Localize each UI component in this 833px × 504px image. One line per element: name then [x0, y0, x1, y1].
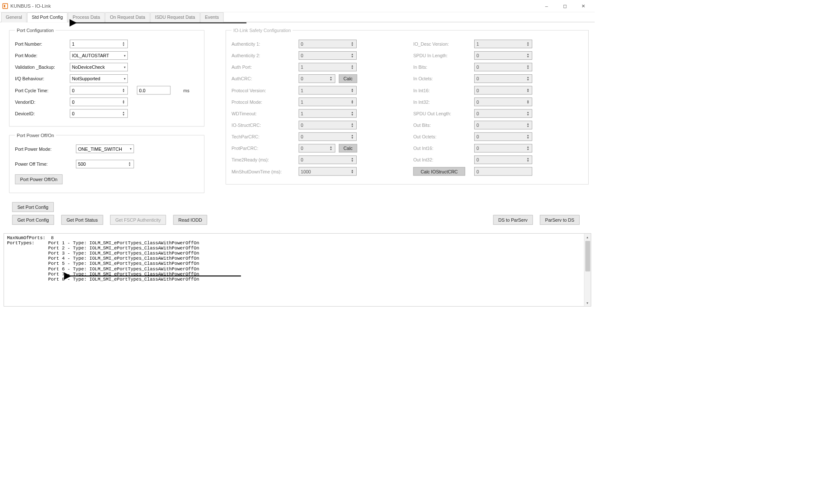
safety-right-label-6: SPDU Out Length: [413, 111, 474, 116]
port-power-mode-combo[interactable]: ONE_TIME_SWITCH▾ [76, 144, 134, 153]
calc-iostructcrc-button[interactable]: Calc IOStructCRC [413, 167, 465, 176]
maximize-button[interactable]: ◻ [556, 0, 574, 12]
safety-left-label-2: Auth Port: [232, 64, 299, 70]
safety-right-input-3[interactable]: 0▲▼ [474, 74, 532, 83]
safety-left-input-11[interactable]: 1000▲▼ [299, 167, 357, 176]
tab-on-request-data[interactable]: On Request Data [105, 12, 150, 22]
safety-left-label-5: Protocol Mode: [232, 99, 299, 104]
safety-left-input-6[interactable]: 1▲▼ [299, 109, 357, 118]
safety-legend: IO-Link Safety Configuration [232, 28, 293, 33]
safety-right-input-10[interactable]: 0▲▼ [474, 155, 532, 164]
safety-right-label-5: In Int32: [413, 99, 474, 104]
scroll-thumb[interactable] [585, 241, 590, 271]
safety-left-input-7[interactable]: 0▲▼ [299, 121, 357, 129]
port-cycle-time-ms[interactable]: 0.0 [137, 86, 171, 94]
ms-unit: ms [183, 88, 189, 93]
scroll-up-icon[interactable]: ▴ [584, 234, 591, 240]
port-cycle-time-label: Port Cycle Time: [15, 88, 70, 93]
safety-left-label-10: Time2Ready (ms): [232, 157, 299, 162]
safety-left-label-7: IO-StructCRC: [232, 123, 299, 128]
safety-left-label-6: WDTimeout: [232, 111, 299, 116]
tab-bar: General Std Port Config Process Data On … [0, 12, 595, 23]
tab-events[interactable]: Events [200, 12, 223, 22]
safety-right-label-2: In Bits: [413, 64, 474, 70]
safety-right-label-7: Out Bits: [413, 123, 474, 128]
io-link-safety-group: IO-Link Safety Configuration Authenticit… [226, 28, 589, 185]
safety-right-label-9: Out Int16: [413, 146, 474, 151]
safety-right-label-4: In Int16: [413, 88, 474, 93]
safety-calc-button-3[interactable]: Calc [339, 74, 357, 83]
safety-left-input-2[interactable]: 1▲▼ [299, 63, 357, 71]
safety-right-label-10: Out Int32: [413, 157, 474, 162]
safety-calc-button-9[interactable]: Calc [339, 144, 357, 152]
console-scrollbar[interactable]: ▴ ▾ [584, 234, 591, 306]
minimize-button[interactable]: – [537, 0, 556, 12]
spin-buttons[interactable]: ▲▼ [121, 41, 126, 46]
safety-right-label-3: In Octets: [413, 76, 474, 81]
port-mode-label: Port Mode: [15, 53, 70, 58]
device-id-input[interactable]: 0 ▲▼ [70, 109, 128, 118]
port-power-mode-label: Port Power Mode: [15, 146, 76, 151]
port-power-group: Port Power Off/On Port Power Mode: ONE_T… [9, 133, 204, 193]
safety-right-input-8[interactable]: 0▲▼ [474, 132, 532, 141]
safety-left-input-10[interactable]: 0▲▼ [299, 155, 357, 164]
iq-behaviour-label: I/Q Behaviour: [15, 76, 70, 81]
console-output: MaxNumOfPorts: 8 PortTypes: Port 1 - Typ… [4, 234, 591, 306]
vendor-id-label: VendorID: [15, 99, 70, 104]
get-port-config-button[interactable]: Get Port Config [12, 215, 54, 225]
safety-left-label-8: TechParCRC: [232, 134, 299, 139]
tab-std-port-config[interactable]: Std Port Config [27, 12, 67, 22]
iq-behaviour-combo[interactable]: NotSupported▾ [70, 74, 128, 83]
safety-left-input-8[interactable]: 0▲▼ [299, 132, 357, 141]
tab-isdu-request-data[interactable]: ISDU Request Data [150, 12, 199, 22]
calc-iostructcrc-output: 0 [474, 167, 532, 176]
safety-right-input-1[interactable]: 0▲▼ [474, 51, 532, 60]
safety-left-input-0[interactable]: 0▲▼ [299, 40, 357, 48]
safety-left-input-1[interactable]: 0▲▼ [299, 51, 357, 60]
port-number-input[interactable]: 1 ▲▼ [70, 40, 128, 48]
read-iodd-button[interactable]: Read IODD [173, 215, 207, 225]
safety-left-label-0: Authenticity 1: [232, 41, 299, 47]
safety-left-input-3[interactable]: 0▲▼ [299, 74, 335, 83]
close-button[interactable]: ✕ [574, 0, 592, 12]
safety-left-label-9: ProtParCRC: [232, 146, 299, 151]
titlebar: KUNBUS - IO-Link – ◻ ✕ [0, 0, 595, 12]
safety-left-input-5[interactable]: 1▲▼ [299, 97, 357, 106]
safety-right-input-6[interactable]: 0▲▼ [474, 109, 532, 118]
parserv-to-ds-button[interactable]: ParServ to DS [540, 215, 580, 225]
safety-left-input-9[interactable]: 0▲▼ [299, 144, 335, 152]
safety-left-label-3: AuthCRC: [232, 76, 299, 81]
port-configuration-group: Port Configuration Port Number: 1 ▲▼ Por… [9, 28, 204, 126]
port-power-toggle-button[interactable]: Port Power Off/On [15, 174, 63, 184]
port-number-label: Port Number: [15, 41, 70, 47]
safety-right-input-2[interactable]: 0▲▼ [474, 63, 532, 71]
safety-right-input-7[interactable]: 0▲▼ [474, 121, 532, 129]
safety-left-label-4: Protocol Version: [232, 88, 299, 93]
ds-to-parserv-button[interactable]: DS to ParServ [493, 215, 533, 225]
window-title: KUNBUS - IO-Link [10, 3, 51, 9]
window-controls: – ◻ ✕ [537, 0, 592, 12]
get-fscp-authenticity-button[interactable]: Get FSCP Authenticity [110, 215, 166, 225]
safety-left-input-4[interactable]: 1▲▼ [299, 86, 357, 94]
safety-right-input-9[interactable]: 0▲▼ [474, 144, 532, 152]
safety-right-label-8: Out Octets: [413, 134, 474, 139]
scroll-down-icon[interactable]: ▾ [584, 299, 591, 306]
port-mode-combo[interactable]: IOL_AUTOSTART▾ [70, 51, 128, 60]
set-port-config-button[interactable]: Set Port Config [12, 202, 54, 212]
safety-left-label-11: MinShutDownTime (ms): [232, 169, 299, 174]
power-off-time-input[interactable]: 500 ▲▼ [76, 160, 134, 168]
safety-right-input-4[interactable]: 0▲▼ [474, 86, 532, 94]
tab-general[interactable]: General [1, 12, 27, 22]
safety-right-input-0[interactable]: 1▲▼ [474, 40, 532, 48]
port-cycle-time-input[interactable]: 0 ▲▼ [70, 86, 128, 94]
get-port-status-button[interactable]: Get Port Status [62, 215, 103, 225]
app-icon [3, 3, 8, 9]
tab-process-data[interactable]: Process Data [68, 12, 105, 22]
port-power-legend: Port Power Off/On [15, 133, 56, 138]
safety-right-input-5[interactable]: 0▲▼ [474, 97, 532, 106]
power-off-time-label: Power Off Time: [15, 161, 76, 167]
vendor-id-input[interactable]: 0 ▲▼ [70, 97, 128, 106]
safety-right-label-0: IO_Desc Version: [413, 41, 474, 47]
port-configuration-legend: Port Configuration [15, 28, 56, 33]
validation-backup-combo[interactable]: NoDeviceCheck▾ [70, 63, 128, 71]
